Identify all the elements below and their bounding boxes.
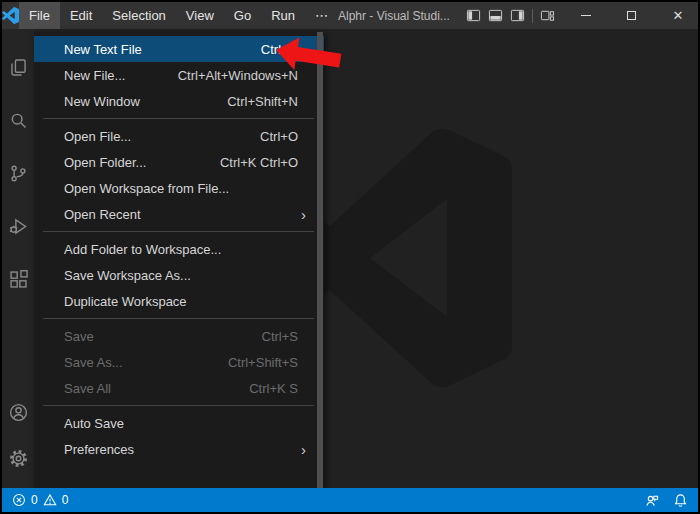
menubar-item-go[interactable]: Go: [224, 2, 261, 29]
menu-item-shortcut: Ctrl+K Ctrl+O: [220, 155, 298, 170]
menubar-item-run[interactable]: Run: [261, 2, 305, 29]
file-menu-dropdown: New Text File Ctrl+N New File... Ctrl+Al…: [34, 32, 324, 488]
window-title: Alphr - Visual Studi...: [338, 9, 458, 23]
maximize-button[interactable]: [609, 2, 655, 29]
menu-item-label: Save Workspace As...: [64, 268, 298, 283]
menu-item-open-folder[interactable]: Open Folder... Ctrl+K Ctrl+O: [34, 149, 324, 175]
error-count: 0: [31, 493, 38, 507]
menu-item-shortcut: Ctrl+K S: [249, 381, 298, 396]
menubar-item-selection[interactable]: Selection: [102, 2, 175, 29]
menubar-item-view[interactable]: View: [176, 2, 224, 29]
menu-separator: [43, 118, 314, 119]
maximize-icon: [627, 11, 636, 20]
settings-gear-icon[interactable]: [6, 446, 30, 470]
menu-item-new-window[interactable]: New Window Ctrl+Shift+N: [34, 88, 324, 114]
menu-item-label: Save: [64, 329, 262, 344]
menu-item-label: New Window: [64, 94, 227, 109]
minimize-button[interactable]: [563, 2, 609, 29]
titlebar-separator: [532, 9, 533, 23]
menu-item-save-all: Save All Ctrl+K S: [34, 375, 324, 401]
menubar-item-file[interactable]: File: [19, 2, 60, 29]
status-bar: 0 0: [2, 488, 698, 512]
explorer-icon[interactable]: [6, 55, 30, 79]
toggle-secondary-sidebar-icon[interactable]: [510, 8, 525, 23]
window-controls: ✕: [563, 2, 700, 29]
close-button[interactable]: ✕: [655, 2, 700, 29]
menu-item-preferences[interactable]: Preferences ›: [34, 436, 324, 462]
statusbar-right: [644, 493, 688, 508]
menu-item-label: Duplicate Workspace: [64, 294, 298, 309]
menu-item-auto-save[interactable]: Auto Save: [34, 410, 324, 436]
search-icon[interactable]: [6, 108, 30, 132]
titlebar: File Edit Selection View Go Run ⋯ Alphr …: [2, 2, 698, 29]
activity-bar: [2, 29, 34, 488]
menu-item-label: Open Recent: [64, 207, 301, 222]
submenu-chevron-icon: ›: [301, 206, 306, 223]
menu-separator: [43, 231, 314, 232]
menu-item-label: New File...: [64, 68, 178, 83]
menu-item-shortcut: Ctrl+O: [260, 129, 298, 144]
menu-item-label: Auto Save: [64, 416, 298, 431]
menu-item-label: Open File...: [64, 129, 260, 144]
menu-item-shortcut: Ctrl+S: [262, 329, 298, 344]
feedback-icon[interactable]: [644, 493, 659, 508]
menu-item-label: Save As...: [64, 355, 228, 370]
notifications-bell-icon[interactable]: [673, 493, 688, 508]
menubar-item-edit[interactable]: Edit: [60, 2, 102, 29]
activity-bar-bottom: [6, 400, 30, 470]
menu-scrollbar[interactable]: [317, 32, 323, 488]
menu-item-save: Save Ctrl+S: [34, 323, 324, 349]
menu-item-open-workspace-from-file[interactable]: Open Workspace from File...: [34, 175, 324, 201]
menubar: File Edit Selection View Go Run ⋯: [19, 2, 338, 29]
menubar-more-icon[interactable]: ⋯: [305, 2, 338, 29]
menu-item-label: Preferences: [64, 442, 301, 457]
vscode-logo-icon: [2, 2, 19, 29]
close-icon: ✕: [672, 8, 683, 23]
warning-count: 0: [62, 493, 69, 507]
minimize-icon: [581, 15, 591, 16]
menu-item-shortcut: Ctrl+Shift+S: [228, 355, 298, 370]
toggle-primary-sidebar-icon[interactable]: [466, 8, 481, 23]
menu-item-label: Save All: [64, 381, 249, 396]
menu-item-shortcut: Ctrl+Shift+N: [227, 94, 298, 109]
menu-separator: [43, 318, 314, 319]
layout-controls: [458, 2, 563, 29]
menu-item-save-workspace-as[interactable]: Save Workspace As...: [34, 262, 324, 288]
customize-layout-icon[interactable]: [540, 8, 555, 23]
menu-separator: [43, 405, 314, 406]
menu-item-duplicate-workspace[interactable]: Duplicate Workspace: [34, 288, 324, 314]
vscode-window: File Edit Selection View Go Run ⋯ Alphr …: [0, 0, 700, 514]
menu-item-open-file[interactable]: Open File... Ctrl+O: [34, 123, 324, 149]
run-debug-icon[interactable]: [6, 214, 30, 238]
menu-item-label: Open Workspace from File...: [64, 181, 298, 196]
problems-status[interactable]: 0 0: [12, 493, 68, 507]
toggle-panel-icon[interactable]: [488, 8, 503, 23]
menu-item-label: New Text File: [64, 42, 261, 57]
menu-item-save-as: Save As... Ctrl+Shift+S: [34, 349, 324, 375]
main-area: New Text File Ctrl+N New File... Ctrl+Al…: [2, 29, 698, 488]
menu-item-label: Open Folder...: [64, 155, 220, 170]
error-icon: [12, 493, 26, 507]
extensions-icon[interactable]: [6, 267, 30, 291]
menu-item-open-recent[interactable]: Open Recent ›: [34, 201, 324, 227]
menu-item-add-folder-to-workspace[interactable]: Add Folder to Workspace...: [34, 236, 324, 262]
submenu-chevron-icon: ›: [301, 441, 306, 458]
warning-icon: [43, 493, 57, 507]
menu-item-label: Add Folder to Workspace...: [64, 242, 298, 257]
accounts-icon[interactable]: [6, 400, 30, 424]
source-control-icon[interactable]: [6, 161, 30, 185]
